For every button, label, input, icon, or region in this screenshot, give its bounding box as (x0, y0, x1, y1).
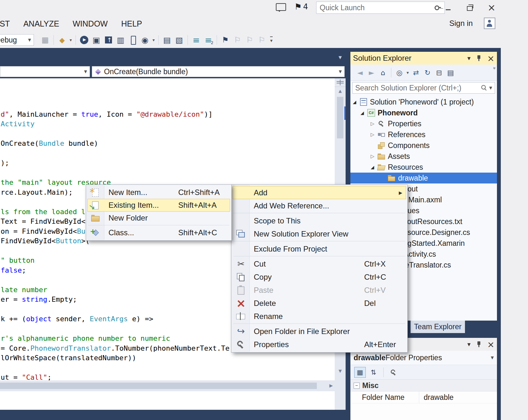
menuitem-new-folder[interactable]: New Folder (87, 212, 230, 224)
property-pages-icon[interactable] (388, 367, 399, 378)
documents-icon[interactable] (173, 34, 185, 46)
window-position-icon[interactable] (467, 342, 470, 347)
collapse-icon[interactable] (354, 383, 360, 389)
close-icon[interactable] (487, 339, 494, 349)
editor-member-dropdown[interactable]: OnCreate(Bundle bundle) (92, 66, 345, 77)
target-icon[interactable] (139, 34, 151, 46)
menu-test[interactable]: TEST (0, 19, 17, 28)
menuitem-delete[interactable]: DeleteDel (233, 297, 406, 310)
scope-dropdown-icon[interactable]: ▾ (405, 70, 410, 75)
maximize-button[interactable] (464, 2, 476, 13)
device-icon[interactable] (127, 34, 139, 46)
bookmark-icon[interactable] (219, 34, 231, 46)
property-row-folder-name[interactable]: Folder Namedrawable (350, 392, 497, 403)
user-account-icon[interactable] (484, 18, 495, 29)
properties-object-dropdown[interactable]: drawable Folder Properties (350, 351, 497, 365)
menuitem-copy[interactable]: CopyCtrl+C (233, 270, 406, 284)
frame-icon[interactable] (115, 34, 127, 46)
collapse-all-icon[interactable]: ⊟ (433, 69, 445, 77)
vertical-scroll-thumb[interactable] (337, 97, 343, 138)
tree-item-assets[interactable]: Assets (350, 151, 497, 162)
refresh-icon[interactable]: ↻ (422, 69, 433, 77)
tree-item-solution-phoneword-1-project[interactable]: Solution 'Phoneword' (1 project) (350, 97, 497, 107)
tree-item-drawable[interactable]: drawable (350, 173, 497, 183)
navigate-back-icon[interactable]: ◄ (354, 69, 366, 77)
menuitem-class[interactable]: Class...Shift+Alt+C (87, 226, 230, 239)
scroll-down-icon[interactable] (335, 369, 346, 373)
close-button[interactable] (486, 2, 497, 13)
editor-type-dropdown[interactable] (0, 66, 90, 77)
editor-horizontal-scrollbar[interactable] (0, 380, 335, 391)
sign-in-link[interactable]: Sign in (449, 19, 473, 28)
menuitem-paste[interactable]: PasteCtrl+V (233, 284, 406, 297)
minimize-button[interactable] (442, 2, 454, 13)
debug-configuration-dropdown[interactable]: Debug (0, 34, 34, 46)
menuitem-cut[interactable]: CutCtrl+X (233, 257, 406, 270)
expander-expanded-icon[interactable] (358, 110, 366, 115)
tree-item-properties[interactable]: Properties (350, 118, 497, 129)
menuitem-existing-item[interactable]: Existing Item...Shift+Alt+A (87, 199, 230, 212)
feedback-icon[interactable] (276, 3, 286, 11)
notifications-flag[interactable]: ⚑ 4 (294, 2, 308, 12)
search-icon[interactable] (480, 84, 487, 91)
clear-bookmarks-icon[interactable] (256, 34, 268, 46)
search-options-icon[interactable] (489, 86, 492, 90)
menu-window[interactable]: WINDOW (66, 19, 115, 28)
sync-with-active-document-icon[interactable]: ⇄ (410, 69, 422, 77)
menu-analyze[interactable]: ANALYZE (17, 19, 66, 28)
menuitem-open-folder-in-file-explorer[interactable]: Open Folder in File Explorer (233, 325, 406, 338)
tree-item-phoneword[interactable]: Phoneword (350, 107, 497, 118)
comment-icon[interactable] (190, 34, 202, 46)
alphabetical-icon[interactable]: ⇅ (368, 367, 379, 378)
categorized-icon[interactable]: ▦ (354, 367, 366, 378)
close-icon[interactable] (487, 53, 494, 63)
find-icon[interactable] (56, 34, 68, 46)
scope-icon[interactable]: ◎ (394, 69, 405, 77)
search-input[interactable]: Search Solution Explorer (Ctrl+;) (352, 82, 495, 94)
menuitem-new-solution-explorer-view[interactable]: New Solution Explorer View (233, 227, 406, 240)
expander-expanded-icon[interactable] (350, 99, 359, 105)
menuitem-add-web-reference[interactable]: Add Web Reference... (233, 199, 406, 212)
uncomment-icon[interactable] (202, 34, 214, 46)
menuitem-scope-to-this[interactable]: Scope to This (233, 214, 406, 227)
scroll-up-icon[interactable] (335, 89, 346, 93)
new-window-icon[interactable] (161, 34, 173, 46)
pin-icon[interactable] (476, 341, 482, 348)
deploy-icon[interactable] (90, 34, 102, 46)
toolbar-overflow-icon[interactable] (268, 34, 275, 46)
menuitem-new-item[interactable]: New Item...Ctrl+Shift+A (87, 186, 230, 199)
publish-icon[interactable] (102, 34, 115, 46)
horizontal-scroll-thumb[interactable] (0, 383, 317, 389)
menuitem-add[interactable]: Add (233, 186, 406, 199)
window-position-icon[interactable] (467, 56, 470, 61)
tab-team-explorer[interactable]: Team Explorer (411, 321, 465, 333)
tree-item-components[interactable]: Components (350, 140, 497, 151)
menuitem-exclude-from-project[interactable]: Exclude From Project (233, 242, 406, 255)
menuitem-properties[interactable]: PropertiesAlt+Enter (233, 338, 406, 351)
expander-collapsed-icon[interactable] (368, 153, 377, 159)
previous-bookmark-icon[interactable] (231, 34, 244, 46)
editor-split-handle[interactable] (335, 78, 346, 87)
start-debug-icon[interactable] (78, 34, 90, 46)
find-dropdown-icon[interactable] (68, 34, 73, 46)
tree-item-references[interactable]: References (350, 129, 497, 140)
pin-icon[interactable] (476, 55, 482, 62)
next-bookmark-icon[interactable] (244, 34, 256, 46)
expander-expanded-icon[interactable] (368, 165, 377, 170)
expander-collapsed-icon[interactable] (368, 132, 377, 137)
editor-tab-list-icon[interactable] (339, 55, 342, 60)
expander-collapsed-icon[interactable] (368, 121, 377, 127)
toolbar-overflow-icon[interactable] (491, 66, 497, 69)
menu-help[interactable]: HELP (115, 19, 149, 28)
quick-launch-input[interactable]: Quick Launch (316, 2, 445, 14)
properties-pages-icon[interactable]: ▤ (445, 69, 456, 77)
property-category-misc[interactable]: Misc (350, 380, 497, 392)
save-icon[interactable] (39, 34, 51, 46)
scroll-right-icon[interactable] (329, 383, 333, 388)
menuitem-rename[interactable]: Rename (233, 310, 406, 323)
home-icon[interactable]: ⌂ (377, 69, 389, 77)
device-dropdown-icon[interactable] (151, 34, 156, 46)
property-value[interactable]: drawable (419, 392, 497, 403)
navigate-forward-icon[interactable]: ► (366, 69, 377, 77)
tree-item-resources[interactable]: Resources (350, 162, 497, 173)
